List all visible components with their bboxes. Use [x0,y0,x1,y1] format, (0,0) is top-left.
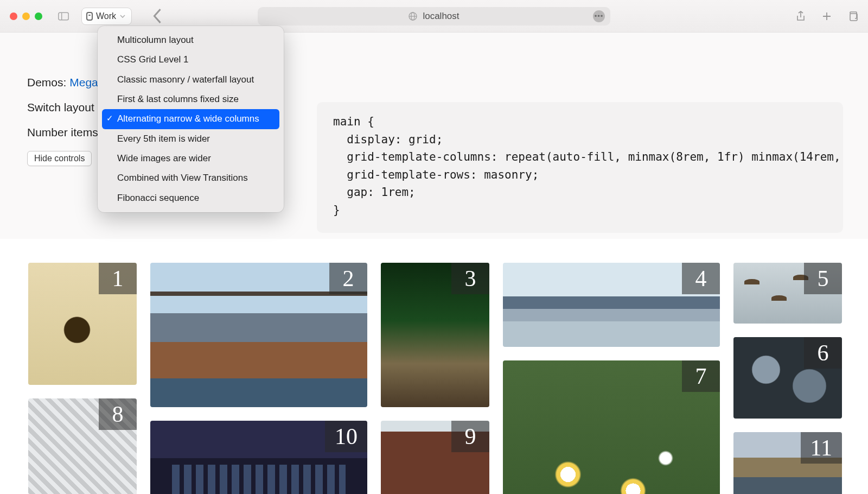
chevron-down-icon [119,13,126,20]
dropdown-item[interactable]: Classic masonry / waterfall layout [102,70,279,90]
page-actions-button[interactable]: ••• [593,10,605,22]
card-number: 9 [451,421,489,452]
new-tab-icon[interactable] [821,11,832,22]
close-window-button[interactable] [10,12,17,20]
zoom-window-button[interactable] [35,12,42,20]
back-button[interactable] [151,10,163,22]
demos-label: Demos: [27,76,66,88]
gallery-card[interactable]: 1 [28,263,137,385]
dropdown-item[interactable]: Multicolumn layout [102,30,279,50]
demos-link[interactable]: Mega [69,76,98,88]
svg-rect-5 [850,14,857,21]
toolbar-right [795,11,858,22]
gallery-card[interactable]: 5 [733,263,842,324]
gallery-card[interactable]: 7 [503,360,720,494]
dropdown-item-selected[interactable]: Alternating narrow & wide columns [102,109,279,129]
chevron-left-icon [151,7,163,25]
minimize-window-button[interactable] [22,12,30,20]
tab-overview-icon[interactable] [847,11,858,22]
gallery-card[interactable]: 8 [28,398,137,494]
gallery-card[interactable]: 2 [150,263,367,407]
layout-dropdown-menu: Multicolumn layout CSS Grid Level 1 Clas… [98,26,284,212]
gallery-card[interactable]: 3 [381,263,489,407]
gallery: 1 8 2 10 3 9 [0,239,868,494]
gallery-card[interactable]: 10 [150,421,367,494]
svg-rect-0 [59,12,68,20]
gallery-card[interactable]: 4 [503,263,720,347]
globe-icon [409,12,417,21]
card-number: 3 [451,263,489,294]
dropdown-item[interactable]: CSS Grid Level 1 [102,50,279,69]
gallery-card[interactable]: 9 [381,421,489,494]
tab-group-icon [86,12,93,21]
card-number: 2 [329,263,367,294]
card-number: 4 [682,263,720,294]
sidebar-icon [58,12,69,21]
card-number: 6 [804,337,842,369]
gallery-card[interactable]: 6 [733,337,842,419]
card-number: 11 [801,432,842,464]
code-snippet[interactable]: main { display: grid; grid-template-colu… [317,102,843,233]
gallery-card[interactable]: 11 [733,432,842,494]
switch-layout-label: Switch layout [27,101,94,113]
card-number: 7 [682,360,720,392]
card-number: 8 [99,398,137,430]
hide-controls-button[interactable]: Hide controls [27,151,92,166]
url-bar[interactable]: localhost ••• [258,7,610,26]
dropdown-item[interactable]: Fibonacci sequence [102,188,279,208]
card-number: 10 [325,421,367,452]
tab-group-button[interactable]: Work [81,8,132,25]
card-number: 5 [804,263,842,294]
number-items-label: Number items [27,126,98,138]
dropdown-item[interactable]: Every 5th item is wider [102,129,279,149]
url-text: localhost [423,11,459,22]
dropdown-item[interactable]: Combined with View Transitions [102,168,279,188]
dropdown-item[interactable]: Wide images are wider [102,149,279,168]
tab-group-label: Work [96,11,116,21]
window-controls [10,12,42,20]
toggle-sidebar-button[interactable] [56,10,71,22]
dropdown-item[interactable]: First & last columns fixed size [102,90,279,109]
share-icon[interactable] [795,11,806,22]
card-number: 1 [99,263,137,294]
